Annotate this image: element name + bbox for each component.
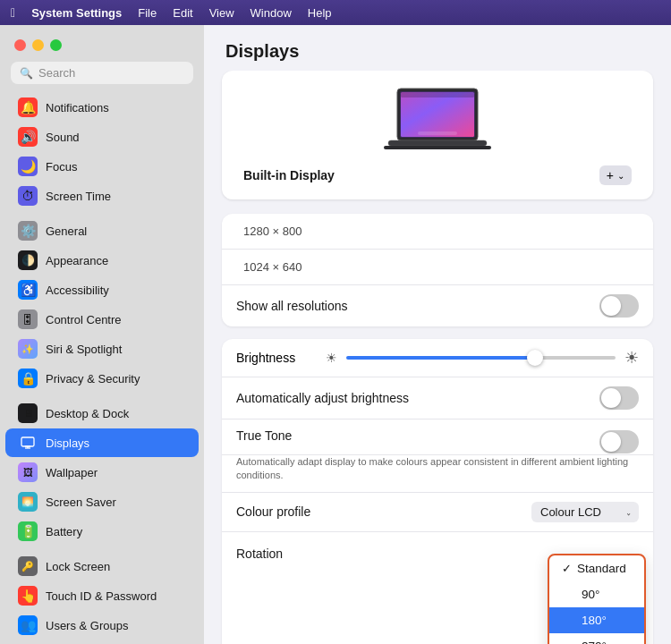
page-title: Displays bbox=[204, 25, 671, 71]
menu-view[interactable]: View bbox=[209, 6, 234, 20]
sidebar-item-battery[interactable]: 🔋 Battery bbox=[5, 517, 199, 546]
apple-menu-icon[interactable]:  bbox=[11, 5, 15, 20]
resolution-card: 1280 × 800 1024 × 640 Show all resolutio… bbox=[222, 214, 653, 326]
brightness-low-icon: ☀ bbox=[326, 351, 337, 365]
sidebar-item-label: Accessibility bbox=[46, 284, 109, 297]
rotation-checkmark: ✓ bbox=[562, 562, 572, 575]
sidebar-item-wallpaper[interactable]: 🖼 Wallpaper bbox=[5, 458, 199, 487]
appearance-icon: 🌓 bbox=[18, 250, 38, 270]
sidebar-item-label: Sound bbox=[46, 131, 80, 144]
rotation-standard[interactable]: ✓ Standard bbox=[549, 555, 644, 581]
display-name: Built-in Display bbox=[243, 168, 335, 182]
display-title-row: Built-in Display + ⌄ bbox=[236, 165, 639, 185]
content-body: Built-in Display + ⌄ 1280 × 800 1024 × 6… bbox=[204, 71, 671, 644]
resolution-row-1[interactable]: 1280 × 800 bbox=[222, 214, 653, 250]
brightness-card: Brightness ☀ ☀ Automatically adjust brig… bbox=[222, 339, 653, 644]
sidebar-item-label: Displays bbox=[46, 436, 89, 450]
sidebar-item-desktop[interactable]: 🖥 Desktop & Dock bbox=[5, 399, 199, 428]
sidebar-item-displays[interactable]: Displays bbox=[5, 428, 199, 457]
sidebar-item-label: Touch ID & Password bbox=[46, 589, 157, 603]
sidebar-item-accessibility[interactable]: ♿ Accessibility bbox=[5, 275, 199, 304]
sidebar-item-screen-time[interactable]: ⏱ Screen Time bbox=[5, 182, 199, 210]
maximize-button[interactable] bbox=[50, 39, 62, 51]
menu-edit[interactable]: Edit bbox=[173, 6, 192, 20]
sidebar-item-touch-id[interactable]: 👆 Touch ID & Password bbox=[5, 581, 199, 610]
show-all-row[interactable]: Show all resolutions bbox=[222, 285, 653, 326]
touch-id-icon: 👆 bbox=[18, 586, 38, 606]
sidebar-item-label: Screen Time bbox=[46, 190, 111, 203]
minimize-button[interactable] bbox=[32, 39, 44, 51]
close-button[interactable] bbox=[14, 39, 26, 51]
rotation-270[interactable]: 270° bbox=[549, 633, 644, 644]
menu-window[interactable]: Window bbox=[251, 6, 292, 20]
sidebar-item-notifications[interactable]: 🔔 Notifications bbox=[5, 93, 199, 122]
search-icon: 🔍 bbox=[20, 67, 33, 80]
users-icon: 👥 bbox=[18, 615, 38, 635]
resolution-1024: 1024 × 640 bbox=[236, 260, 302, 274]
svg-rect-0 bbox=[21, 437, 34, 446]
brightness-high-icon: ☀ bbox=[624, 348, 639, 368]
rotation-label: Rotation bbox=[236, 547, 283, 561]
sidebar-item-label: General bbox=[46, 225, 87, 238]
sidebar-item-label: Lock Screen bbox=[46, 560, 110, 573]
sidebar-list: 🔔 Notifications 🔊 Sound 🌙 Focus ⏱ Screen… bbox=[0, 93, 204, 644]
sidebar-item-privacy[interactable]: 🔒 Privacy & Security bbox=[5, 364, 199, 393]
brightness-thumb[interactable] bbox=[527, 350, 543, 366]
colour-profile-select-wrapper[interactable]: Colour LCD bbox=[531, 502, 639, 522]
resolution-1280: 1280 × 800 bbox=[236, 225, 302, 238]
sidebar: 🔍 🔔 Notifications 🔊 Sound 🌙 Focus ⏱ Scre… bbox=[0, 25, 204, 644]
sidebar-item-label: Battery bbox=[46, 525, 82, 538]
sidebar-item-label: Appearance bbox=[46, 254, 108, 267]
sidebar-item-sound[interactable]: 🔊 Sound bbox=[5, 123, 199, 151]
true-tone-toggle[interactable] bbox=[599, 430, 639, 453]
sidebar-item-screen-saver[interactable]: 🌅 Screen Saver bbox=[5, 487, 199, 516]
rotation-row: Rotation ✓ Standard 90° bbox=[222, 532, 653, 644]
notifications-icon: 🔔 bbox=[18, 97, 38, 117]
menu-file[interactable]: File bbox=[138, 6, 157, 20]
rotation-dropdown[interactable]: ✓ Standard 90° 180° bbox=[548, 554, 646, 644]
brightness-track bbox=[346, 356, 616, 360]
sidebar-item-label: Screen Saver bbox=[46, 496, 116, 509]
general-icon: ⚙️ bbox=[18, 221, 38, 241]
rotation-180[interactable]: 180° bbox=[549, 607, 644, 633]
resolution-row-2[interactable]: 1024 × 640 bbox=[222, 250, 653, 285]
true-tone-label: True Tone bbox=[236, 428, 292, 443]
show-all-toggle[interactable] bbox=[599, 294, 639, 318]
sidebar-item-label: Desktop & Dock bbox=[46, 407, 129, 420]
sidebar-item-appearance[interactable]: 🌓 Appearance bbox=[5, 246, 199, 275]
brightness-slider-container[interactable] bbox=[346, 349, 616, 367]
search-input[interactable] bbox=[38, 66, 184, 80]
add-display-button[interactable]: + ⌄ bbox=[599, 165, 632, 185]
sidebar-item-focus[interactable]: 🌙 Focus bbox=[5, 152, 199, 181]
rotation-standard-label: Standard bbox=[577, 562, 626, 575]
sidebar-item-label: Siri & Spotlight bbox=[46, 343, 122, 356]
main-window: 🔍 🔔 Notifications 🔊 Sound 🌙 Focus ⏱ Scre… bbox=[0, 25, 671, 644]
brightness-label: Brightness bbox=[236, 351, 317, 365]
colour-profile-row: Colour profile Colour LCD bbox=[222, 493, 653, 532]
sidebar-item-siri[interactable]: ✨ Siri & Spotlight bbox=[5, 335, 199, 363]
svg-rect-6 bbox=[401, 92, 474, 137]
colour-profile-label: Colour profile bbox=[236, 504, 310, 519]
menu-help[interactable]: Help bbox=[308, 6, 332, 20]
wallpaper-icon: 🖼 bbox=[18, 462, 38, 482]
focus-icon: 🌙 bbox=[18, 157, 38, 176]
content-area: Displays bbox=[204, 25, 671, 644]
sidebar-item-label: Users & Groups bbox=[46, 619, 128, 632]
sidebar-item-label: Control Centre bbox=[46, 313, 122, 326]
app-name: System Settings bbox=[31, 6, 122, 20]
sidebar-item-label: Wallpaper bbox=[46, 466, 98, 479]
privacy-icon: 🔒 bbox=[18, 369, 38, 388]
sidebar-item-control-centre[interactable]: 🎛 Control Centre bbox=[5, 305, 199, 334]
siri-icon: ✨ bbox=[18, 339, 38, 359]
menubar:  System Settings File Edit View Window … bbox=[0, 0, 671, 25]
sidebar-item-users[interactable]: 👥 Users & Groups bbox=[5, 611, 199, 640]
sidebar-item-lock-screen[interactable]: 🔑 Lock Screen bbox=[5, 552, 199, 580]
search-bar[interactable]: 🔍 bbox=[11, 62, 193, 84]
svg-rect-8 bbox=[418, 131, 457, 135]
rotation-90[interactable]: 90° bbox=[549, 581, 644, 607]
sidebar-item-general[interactable]: ⚙️ General bbox=[5, 216, 199, 245]
colour-profile-select[interactable]: Colour LCD bbox=[531, 502, 639, 522]
auto-brightness-toggle[interactable] bbox=[599, 386, 639, 410]
auto-brightness-row: Automatically adjust brightness bbox=[222, 377, 653, 419]
displays-icon bbox=[18, 433, 38, 453]
